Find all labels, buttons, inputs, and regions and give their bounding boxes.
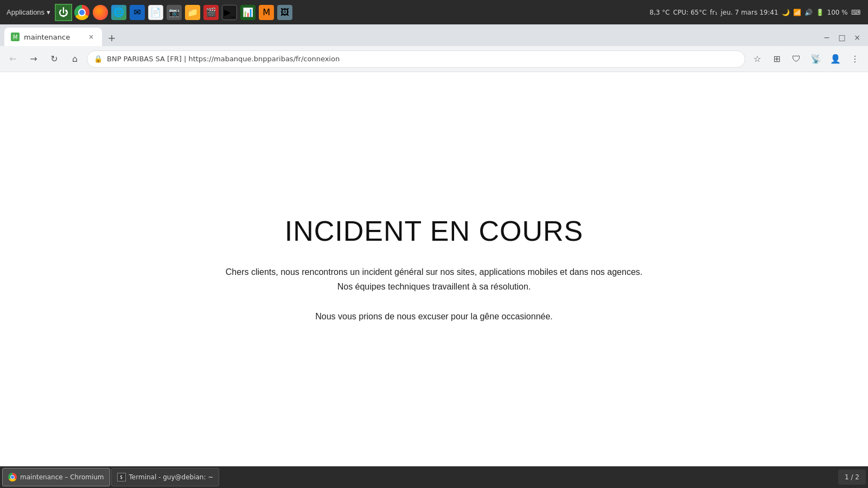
cast-icon: 📡	[810, 54, 821, 64]
media-taskbar-icon[interactable]: 🎬	[202, 4, 220, 21]
bookmark-icon: ☆	[754, 54, 761, 64]
chromium-task-icon	[8, 473, 17, 481]
window-close-button[interactable]: ×	[851, 31, 864, 44]
document-icon: 📄	[148, 5, 163, 20]
incident-line1: Chers clients, nous rencontrons un incid…	[226, 267, 642, 277]
site-info: BNP PARIBAS SA [FR] | https://mabanque.b…	[107, 55, 340, 63]
top-taskbar: Applications ▾ ⏻ 🌐 ✉ 📄 📷 📁 🎬 ▶_ 📊	[0, 0, 868, 24]
account-icon: 👤	[830, 54, 841, 64]
terminal-icon: ▶_	[222, 5, 237, 20]
window-minimize-button[interactable]: −	[820, 31, 833, 44]
kbd-icon: ⌨	[851, 9, 860, 16]
firefox-taskbar-icon[interactable]	[92, 4, 109, 21]
home-icon: ⌂	[72, 54, 78, 64]
email-taskbar-icon[interactable]: ✉	[129, 4, 146, 21]
email-icon: ✉	[130, 5, 145, 20]
files-taskbar-icon[interactable]: 📁	[184, 4, 201, 21]
shield-button[interactable]: 🛡	[788, 50, 805, 68]
lang-display: fr₁	[710, 9, 718, 16]
new-tab-button[interactable]: +	[104, 30, 119, 45]
editor-taskbar-icon[interactable]: M	[258, 4, 275, 21]
url-text: https://mabanque.bnpparibas/fr/connexion	[188, 55, 340, 63]
incident-line2: Nos équipes techniques travaillent à sa …	[337, 282, 531, 291]
moon-icon: 🌙	[782, 9, 790, 16]
terminal-task-icon: $	[117, 473, 126, 481]
chromium-task-button[interactable]: maintenance – Chromium	[2, 468, 110, 486]
chromium-window: M maintenance × + − □ × ← → ↻ ⌂ 🔒 BNP PA…	[0, 24, 868, 466]
applications-label: Applications	[7, 8, 44, 16]
sysmon-icon: 📊	[240, 5, 256, 20]
firefox-icon	[93, 5, 108, 20]
site-name: BNP PARIBAS SA [FR]	[107, 55, 182, 63]
account-button[interactable]: 👤	[827, 50, 844, 68]
battery-icon: 🔋	[816, 9, 824, 16]
menu-icon: ⋮	[851, 54, 859, 64]
active-tab[interactable]: M maintenance ×	[4, 28, 102, 46]
bottom-taskbar: maintenance – Chromium $ Terminal - guy@…	[0, 466, 868, 488]
applications-dropdown-arrow: ▾	[47, 8, 50, 16]
forward-icon: →	[30, 54, 37, 64]
exit-icon[interactable]: ⏻	[55, 4, 72, 21]
globe-icon: 🌐	[111, 5, 126, 20]
back-button[interactable]: ←	[4, 50, 22, 68]
sysmon-taskbar-icon[interactable]: 📊	[239, 4, 257, 21]
chromium-task-label: maintenance – Chromium	[20, 473, 104, 481]
volume-icon: 🔊	[805, 9, 813, 16]
terminal-taskbar-icon[interactable]: ▶_	[221, 4, 238, 21]
window-controls: − □ ×	[820, 31, 864, 46]
screenshot-icon: 📷	[167, 5, 182, 20]
globe-taskbar-icon[interactable]: 🌐	[110, 4, 127, 21]
system-tray: 8,3 °C CPU: 65°C fr₁ jeu. 7 mars 19:41 🌙…	[645, 9, 865, 16]
weather-display: 8,3 °C	[649, 9, 669, 16]
tab-close-button[interactable]: ×	[87, 33, 95, 41]
image-viewer-taskbar-icon[interactable]: 🖼	[276, 4, 293, 21]
files-icon: 📁	[185, 5, 200, 20]
bookmark-button[interactable]: ☆	[749, 50, 766, 68]
tab-bar: M maintenance × + − □ ×	[0, 24, 868, 46]
wifi-icon: 📶	[793, 9, 801, 16]
chromium-taskbar-icon[interactable]	[73, 4, 91, 21]
url-bar: ← → ↻ ⌂ 🔒 BNP PARIBAS SA [FR] | https://…	[0, 46, 868, 72]
forward-button[interactable]: →	[25, 50, 42, 68]
incident-paragraph1: Chers clients, nous rencontrons un incid…	[226, 265, 642, 294]
incident-paragraph2: Nous vous prions de nous excuser pour la…	[226, 309, 642, 324]
battery-display: 100 %	[827, 9, 848, 16]
incident-body: Chers clients, nous rencontrons un incid…	[226, 265, 642, 324]
document-taskbar-icon[interactable]: 📄	[147, 4, 164, 21]
home-button[interactable]: ⌂	[66, 50, 84, 68]
cast-button[interactable]: 📡	[807, 50, 825, 68]
extensions-icon: ⊞	[773, 54, 780, 64]
applications-menu[interactable]: Applications ▾	[3, 6, 54, 18]
tab-title: maintenance	[24, 33, 82, 41]
tab-favicon: M	[11, 33, 20, 41]
lock-icon: 🔒	[94, 55, 103, 63]
editor-icon: M	[259, 5, 274, 20]
media-icon: 🎬	[203, 5, 219, 20]
reload-icon: ↻	[50, 54, 58, 64]
workspace-indicator[interactable]: 1 / 2	[838, 470, 866, 485]
page-content: INCIDENT EN COURS Chers clients, nous re…	[0, 72, 868, 466]
reload-button[interactable]: ↻	[46, 50, 63, 68]
shield-icon: 🛡	[792, 54, 801, 64]
incident-title: INCIDENT EN COURS	[285, 215, 584, 247]
screenshot-taskbar-icon[interactable]: 📷	[165, 4, 183, 21]
exit-symbol: ⏻	[55, 4, 72, 21]
datetime-display: jeu. 7 mars 19:41	[721, 9, 778, 16]
back-icon: ←	[9, 54, 16, 64]
address-bar[interactable]: 🔒 BNP PARIBAS SA [FR] | https://mabanque…	[87, 50, 745, 68]
window-maximize-button[interactable]: □	[835, 31, 848, 44]
cpu-display: CPU: 65°C	[673, 9, 707, 16]
terminal-task-label: Terminal - guy@debian: ~	[129, 473, 214, 481]
terminal-task-button[interactable]: $ Terminal - guy@debian: ~	[111, 468, 220, 486]
extensions-button[interactable]: ⊞	[768, 50, 786, 68]
image-viewer-icon: 🖼	[277, 5, 292, 20]
chromium-icon	[74, 5, 90, 20]
url-bar-actions: ☆ ⊞ 🛡 📡 👤 ⋮	[749, 50, 864, 68]
menu-button[interactable]: ⋮	[846, 50, 864, 68]
